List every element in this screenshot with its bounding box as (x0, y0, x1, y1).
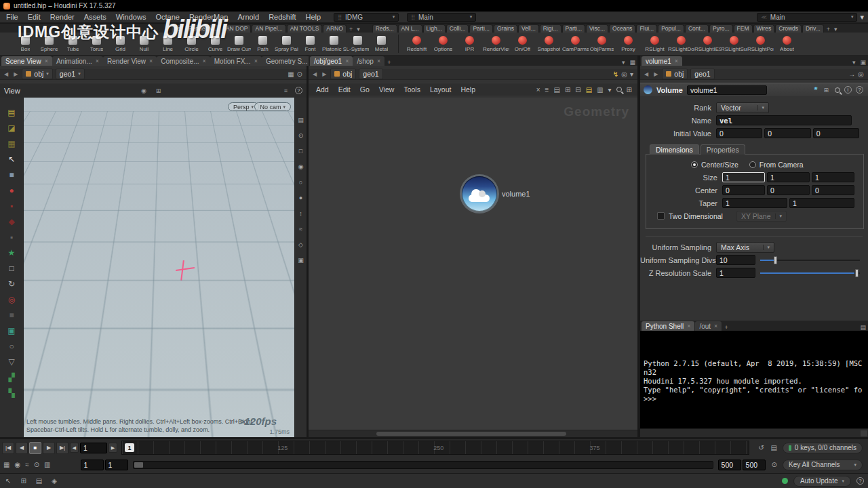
pane-menu-icon[interactable]: ▤ (858, 324, 868, 331)
network-toolbar-icon[interactable]: ▥ (597, 86, 603, 94)
pane-tab[interactable]: Animation... × (52, 56, 103, 66)
shelf-tool[interactable]: Box (14, 33, 37, 55)
close-icon[interactable]: × (714, 323, 717, 329)
pane-tab[interactable]: Composite... × (157, 56, 210, 66)
viewport-control-icon[interactable]: ◉ (298, 163, 304, 170)
desktop-select[interactable]: ⣿ IDMG ▾ (334, 13, 399, 22)
info-icon[interactable]: i (844, 86, 852, 94)
pathbar-icon[interactable]: → (847, 70, 856, 78)
shelf-tool[interactable]: Options (430, 33, 456, 55)
shelf-tool[interactable]: Redshift (403, 33, 430, 55)
close-icon[interactable]: × (96, 58, 99, 64)
add-shelf-tab-button[interactable]: + (825, 26, 832, 33)
pathbar-icon[interactable]: ▦ (286, 70, 295, 78)
viewport-tool-icon[interactable]: ◎ (8, 296, 15, 304)
range-end-field[interactable]: 500 (743, 460, 766, 470)
viewport-tool-icon[interactable]: ▪ (10, 202, 13, 211)
shelf-tab[interactable]: Parti... (469, 24, 493, 33)
pathbar-icon[interactable]: ▾ (629, 70, 635, 78)
shelf-tool[interactable]: Circle (180, 33, 203, 55)
status-tool-icon[interactable]: ◈ (50, 477, 58, 485)
slider-handle[interactable] (855, 269, 859, 277)
shelf-tool[interactable]: Null (132, 33, 156, 55)
current-frame-field[interactable]: 1 (80, 443, 107, 453)
help-icon[interactable]: ? (856, 86, 863, 94)
shelf-tool[interactable]: Platonic Solids (322, 33, 346, 55)
size-field[interactable]: 1 (812, 172, 854, 182)
viewport-tool-icon[interactable]: ↖ (8, 155, 15, 164)
center-field[interactable]: 0 (812, 185, 854, 195)
playback-range-slider[interactable] (133, 461, 713, 469)
viewport-tool-icon[interactable]: ○ (9, 342, 14, 351)
shelf-tool[interactable]: Line (156, 33, 180, 55)
network-toolbar-icon[interactable]: × (536, 86, 540, 94)
playback-option-icon[interactable]: ◉ (13, 461, 22, 468)
taper-field[interactable]: 1 (722, 198, 787, 208)
close-icon[interactable]: × (345, 58, 349, 64)
close-icon[interactable]: × (149, 58, 153, 64)
shelf-tool[interactable]: IPR (456, 33, 483, 55)
back-icon[interactable]: ◀ (311, 71, 318, 77)
sampling-divs-slider[interactable] (760, 256, 860, 265)
viewport-control-icon[interactable]: ▤ (298, 117, 304, 123)
playback-option-icon[interactable]: ▥ (43, 461, 52, 468)
shelf-tool[interactable]: L-System (346, 33, 370, 55)
menu-item[interactable]: Assets (79, 13, 111, 21)
menu-item[interactable]: Redshift (264, 13, 300, 21)
node-name-field[interactable]: volume1 (687, 85, 767, 95)
shelf-tab[interactable]: Reds... (372, 24, 397, 33)
from-camera-radio[interactable]: From Camera (749, 161, 804, 169)
viewport-control-icon[interactable]: ◇ (298, 241, 303, 248)
timeline-ruler[interactable]: 1 125 250 375 (121, 441, 749, 455)
network-horizontal-scrollbar[interactable] (309, 430, 637, 437)
shelf-tab[interactable]: Oceans (609, 24, 635, 33)
viewport-tool-icon[interactable]: ▣ (7, 327, 15, 336)
sampling-divs-field[interactable]: 10 (716, 255, 755, 265)
pane-tab[interactable]: Python Shell × (642, 321, 694, 331)
menu-item[interactable]: Arnold (233, 13, 264, 21)
initial-value-field[interactable]: 0 (716, 128, 762, 138)
center-field[interactable]: 0 (767, 185, 810, 195)
initial-value-field[interactable]: 0 (764, 128, 810, 138)
path-root-select[interactable]: obj (662, 68, 688, 79)
shelf-tab[interactable]: Crowds (775, 24, 802, 33)
shelf-tool[interactable]: Curve (203, 33, 227, 55)
shelf-tab[interactable]: Popul... (658, 24, 684, 33)
pane-tab[interactable]: Motion FX... × (210, 56, 262, 66)
key-all-channels-select[interactable]: Key All Channels ▾ (783, 460, 863, 470)
folder-tab[interactable]: Properties (701, 144, 745, 155)
shelf-tab[interactable]: Driv... (802, 24, 824, 33)
shelf-tab[interactable]: Rigi... (540, 24, 561, 33)
close-icon[interactable]: × (202, 58, 205, 64)
menu-item[interactable]: Windows (111, 13, 151, 21)
viewport-tool-icon[interactable]: ▽ (8, 358, 14, 367)
layout-select[interactable]: ⣿ Main ▾ (407, 13, 476, 22)
viewport-tool-icon[interactable]: ◆ (8, 218, 14, 226)
network-toolbar-icon[interactable]: ⊞ (627, 86, 632, 94)
network-canvas[interactable]: Geometry volume1 (309, 98, 637, 437)
pane-tab[interactable]: Render View × (103, 56, 157, 66)
pane-tab[interactable]: /shop × (353, 56, 384, 66)
shelf-tool[interactable]: On/Off (509, 33, 536, 55)
size-field[interactable]: 1 (767, 172, 810, 182)
shelf-tab[interactable]: AN DOP (222, 24, 252, 33)
pathbar-icon[interactable]: ⊙ (296, 70, 304, 78)
network-toolbar-icon[interactable]: ▾ (608, 86, 612, 94)
menu-item[interactable]: Help (301, 13, 326, 21)
playback-start-field[interactable]: 1 (105, 460, 128, 470)
close-icon[interactable]: × (254, 58, 258, 64)
shelf-tool[interactable]: RSLightIES (694, 33, 721, 55)
add-shelf-tab-button[interactable]: + (347, 26, 355, 33)
shelf-tab[interactable]: Wires (753, 24, 775, 33)
network-menu-item[interactable]: Tools (399, 85, 425, 94)
playback-option-icon[interactable]: ≈ (24, 461, 31, 468)
shelf-tab[interactable]: AN Pipel... (252, 24, 285, 33)
shelf-tab[interactable]: AN TOOLS (287, 24, 323, 33)
play-reverse-button[interactable]: ◀ (16, 442, 28, 454)
scrollbar-handle[interactable] (376, 432, 566, 436)
prev-frame-button[interactable]: ◀ (70, 443, 79, 453)
play-button[interactable]: ▶ (43, 442, 55, 454)
chevron-down-icon[interactable]: ▾ (860, 13, 864, 22)
viewport-tool-icon[interactable]: ▪ (10, 233, 13, 242)
viewport-control-icon[interactable]: ○ (299, 179, 302, 186)
